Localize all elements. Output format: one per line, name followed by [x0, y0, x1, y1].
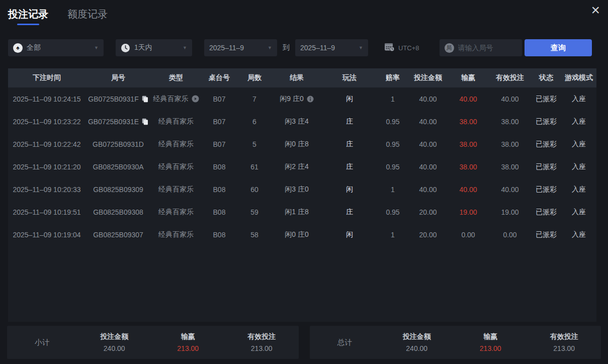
round-number-field[interactable]: 局 [440, 39, 522, 56]
cell-win-loss: 40.00 [448, 178, 489, 201]
cell-odds: 0.95 [377, 201, 408, 223]
category-select[interactable]: ♠ 全部 ▼ [8, 39, 104, 56]
cell-win-loss: 19.00 [448, 201, 489, 223]
info-icon[interactable] [307, 96, 314, 103]
cell-status: 已派彩 [531, 223, 561, 246]
result-text: 闲3 庄0 [285, 185, 308, 194]
cell-bet-amount: 20.00 [408, 201, 448, 223]
table-body: 2025–11–09 10:24:15 GB0725B0931F 经典百家乐 B… [8, 87, 596, 246]
table-row: 2025–11–09 10:24:15 GB0725B0931F 经典百家乐 B… [8, 87, 596, 110]
cell-table-no: B07 [201, 87, 237, 110]
cell-mode: 入座 [561, 155, 596, 178]
date-from-value: 2025–11–9 [209, 44, 244, 52]
chevron-down-icon: ▼ [359, 45, 363, 50]
category-value: 全部 [27, 43, 41, 52]
tab-bet-records[interactable]: 投注记录 [8, 7, 48, 27]
time-range-select[interactable]: 1天内 ▼ [116, 39, 192, 56]
cell-odds: 0.95 [377, 110, 408, 133]
header-round-id: 局号 [85, 68, 151, 87]
timezone-label: UTC+8 [398, 44, 419, 52]
header-round-no: 局数 [237, 68, 272, 87]
cell-valid-bet: 19.00 [489, 201, 531, 223]
header-win-loss: 输赢 [448, 68, 489, 87]
header-valid-bet: 有效投注 [489, 68, 531, 87]
replay-video-icon[interactable] [192, 95, 199, 103]
cell-play: 庄 [322, 133, 377, 155]
table-row: 2025–11–09 10:20:33 GB0825B09309 经典百家乐 B… [8, 178, 596, 201]
table-row: 2025–11–09 10:22:42 GB0725B0931D 经典百家乐 B… [8, 133, 596, 155]
cell-win-loss: 38.00 [448, 110, 489, 133]
cell-odds: 1 [377, 178, 408, 201]
calendar-clock-icon [384, 42, 395, 54]
total-panel: 总计 投注金额 240.00 输赢 213.00 有效投注 213.00 [310, 326, 601, 359]
result-text: 闲9 庄0 [280, 95, 303, 104]
header-bet-time: 下注时间 [8, 68, 85, 87]
table-row: 2025–11–09 10:19:51 GB0825B09308 经典百家乐 B… [8, 201, 596, 223]
cell-time: 2025–11–09 10:23:22 [8, 110, 85, 133]
cell-win-loss: 0.00 [448, 223, 489, 246]
cell-time: 2025–11–09 10:19:04 [8, 223, 85, 246]
subtotal-win-loss: 输赢 213.00 [151, 332, 225, 352]
summary-bar: 小计 投注金额 240.00 输赢 213.00 有效投注 213.00 总计 … [7, 326, 601, 359]
cell-mode: 入座 [561, 178, 596, 201]
search-button[interactable]: 查询 [525, 39, 592, 56]
cell-play: 庄 [322, 201, 377, 223]
cell-round-no: 60 [237, 178, 272, 201]
result-text: 闲1 庄8 [285, 208, 308, 217]
cell-mode: 入座 [561, 110, 596, 133]
total-win-loss: 输赢 213.00 [454, 332, 528, 352]
cell-play: 闲 [322, 87, 377, 110]
result-text: 闲0 庄0 [285, 230, 308, 239]
type-text: 经典百家乐 [158, 162, 194, 171]
subtotal-valid-bet: 有效投注 213.00 [225, 332, 299, 352]
cell-time: 2025–11–09 10:24:15 [8, 87, 85, 110]
table-header: 下注时间 局号 类型 桌台号 局数 结果 玩法 赔率 投注金额 输赢 有效投注 … [8, 68, 596, 87]
cell-status: 已派彩 [531, 155, 561, 178]
type-text: 经典百家乐 [153, 95, 189, 104]
header-status: 状态 [531, 68, 561, 87]
cell-status: 已派彩 [531, 87, 561, 110]
cell-mode: 入座 [561, 87, 596, 110]
type-text: 经典百家乐 [158, 208, 194, 217]
tab-bar: 投注记录 额度记录 [0, 0, 608, 27]
copy-icon[interactable] [142, 96, 148, 103]
cell-valid-bet: 38.00 [489, 155, 531, 178]
date-to-select[interactable]: 2025–11–9 ▼ [295, 39, 368, 56]
cell-bet-amount: 40.00 [408, 133, 448, 155]
copy-icon[interactable] [142, 118, 148, 125]
type-text: 经典百家乐 [158, 117, 194, 126]
cell-play: 庄 [322, 110, 377, 133]
tab-quota-records[interactable]: 额度记录 [67, 7, 108, 27]
round-id-text: GB0725B0931D [93, 140, 144, 148]
round-id-text: GB0825B0930A [93, 163, 143, 171]
cell-time: 2025–11–09 10:19:51 [8, 201, 85, 223]
date-to-value: 2025–11–9 [300, 44, 335, 52]
cell-table-no: B07 [201, 133, 237, 155]
cell-table-no: B08 [201, 155, 237, 178]
cell-play: 庄 [322, 155, 377, 178]
round-id-text: GB0825B09307 [93, 231, 143, 239]
header-bet-amount: 投注金额 [408, 68, 448, 87]
cell-round-no: 59 [237, 201, 272, 223]
filter-bar: ♠ 全部 ▼ 1天内 ▼ 2025–11–9 ▼ 到 2025–11–9 ▼ [8, 39, 592, 56]
cell-time: 2025–11–09 10:22:42 [8, 133, 85, 155]
cell-play: 闲 [322, 178, 377, 201]
header-odds: 赔率 [377, 68, 408, 87]
type-text: 经典百家乐 [158, 230, 194, 239]
type-text: 经典百家乐 [158, 185, 194, 194]
date-from-select[interactable]: 2025–11–9 ▼ [204, 39, 277, 56]
cell-table-no: B08 [201, 201, 237, 223]
clock-icon [121, 43, 130, 53]
header-play: 玩法 [322, 68, 377, 87]
total-label: 总计 [310, 338, 380, 347]
spade-icon: ♠ [13, 43, 23, 53]
cell-valid-bet: 40.00 [489, 178, 531, 201]
cell-bet-amount: 40.00 [408, 87, 448, 110]
header-result: 结果 [272, 68, 322, 87]
round-number-input[interactable] [458, 44, 513, 52]
cell-odds: 0.95 [377, 133, 408, 155]
result-text: 闲0 庄8 [285, 140, 308, 149]
close-icon[interactable]: × [591, 2, 600, 18]
subtotal-bet-amount: 投注金额 240.00 [77, 332, 151, 352]
table-row: 2025–11–09 10:23:22 GB0725B0931E 经典百家乐 B… [8, 110, 596, 133]
